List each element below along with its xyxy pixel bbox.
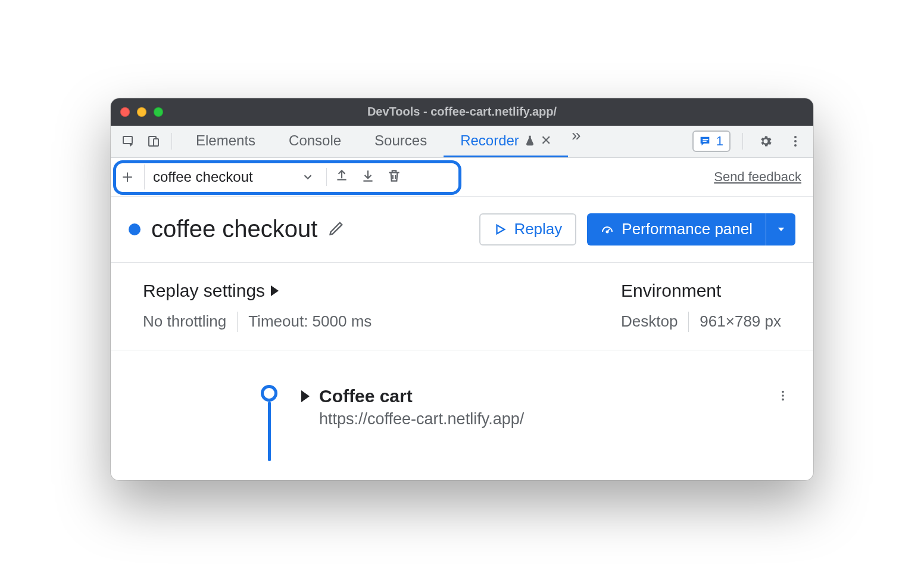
import-icon[interactable] — [360, 168, 376, 186]
more-tabs-icon[interactable]: » — [572, 126, 581, 157]
timeout-value: Timeout: 5000 ms — [248, 312, 372, 331]
step-item[interactable]: Coffee cart https://coffee-cart.netlify.… — [301, 386, 789, 428]
tab-console[interactable]: Console — [272, 126, 358, 157]
replay-settings-heading: Replay settings — [143, 281, 265, 301]
svg-point-5 — [794, 136, 797, 138]
svg-point-7 — [794, 144, 797, 147]
issues-count: 1 — [716, 133, 723, 149]
performance-button-group: Performance panel — [587, 213, 795, 246]
svg-rect-3 — [703, 139, 708, 140]
performance-dropdown[interactable] — [766, 213, 795, 246]
environment-settings: Environment Desktop 961×789 px — [621, 281, 781, 332]
steps-panel: Coffee cart https://coffee-cart.netlify.… — [111, 350, 813, 480]
recording-title: coffee checkout — [151, 216, 317, 243]
play-icon — [494, 223, 507, 236]
new-recording-button[interactable]: ＋ — [117, 164, 138, 189]
environment-heading: Environment — [621, 281, 781, 301]
chevron-right-icon — [271, 285, 279, 296]
step-connector — [268, 402, 271, 461]
divider — [688, 312, 689, 332]
step-node-icon — [261, 385, 277, 402]
step-url: https://coffee-cart.netlify.app/ — [319, 410, 789, 428]
status-dot-icon — [129, 223, 141, 235]
performance-label: Performance panel — [622, 220, 753, 238]
message-icon — [698, 135, 711, 148]
divider — [237, 312, 238, 332]
svg-marker-10 — [778, 228, 784, 231]
inspect-element-icon[interactable] — [118, 130, 139, 152]
recording-select[interactable]: coffee checkout — [144, 164, 323, 189]
tab-list: Elements Console Sources Recorder ✕ » — [179, 126, 580, 157]
settings-row: Replay settings No throttling Timeout: 5… — [111, 263, 813, 350]
viewport-value: 961×789 px — [700, 312, 781, 331]
svg-point-11 — [782, 390, 784, 393]
svg-point-12 — [782, 394, 784, 397]
recording-select-value: coffee checkout — [153, 169, 253, 185]
close-tab-icon[interactable]: ✕ — [541, 133, 551, 148]
minimize-icon[interactable] — [137, 107, 146, 117]
svg-rect-4 — [703, 141, 706, 142]
device-value: Desktop — [621, 312, 678, 331]
chevron-right-icon[interactable] — [301, 390, 310, 402]
edit-title-icon[interactable] — [328, 220, 345, 239]
export-icon[interactable] — [334, 168, 349, 186]
issues-badge[interactable]: 1 — [692, 130, 731, 152]
tab-sources[interactable]: Sources — [358, 126, 444, 157]
svg-marker-8 — [497, 225, 505, 234]
zoom-icon[interactable] — [154, 107, 163, 117]
svg-rect-2 — [154, 139, 158, 146]
svg-rect-0 — [123, 136, 132, 144]
devtools-window: DevTools - coffee-cart.netlify.app/ Elem… — [111, 98, 813, 480]
settings-icon[interactable] — [755, 130, 776, 152]
flask-icon — [524, 135, 536, 147]
send-feedback-link[interactable]: Send feedback — [714, 169, 801, 185]
devtools-tabs: Elements Console Sources Recorder ✕ » 1 — [111, 126, 813, 158]
recording-actions — [326, 168, 402, 186]
close-icon[interactable] — [120, 107, 130, 117]
recorder-toolbar: ＋ coffee checkout Send feedback — [111, 158, 813, 197]
tab-recorder[interactable]: Recorder ✕ — [444, 126, 568, 157]
step-title: Coffee cart — [319, 386, 413, 406]
performance-button[interactable]: Performance panel — [587, 213, 766, 246]
tab-elements[interactable]: Elements — [179, 126, 272, 157]
replay-button[interactable]: Replay — [479, 213, 576, 246]
replay-label: Replay — [514, 220, 562, 238]
chevron-down-icon — [776, 224, 786, 235]
gauge-icon — [600, 222, 614, 237]
svg-point-9 — [607, 231, 608, 232]
traffic-lights — [120, 107, 163, 117]
svg-point-13 — [782, 398, 784, 400]
delete-icon[interactable] — [386, 168, 402, 186]
window-title: DevTools - coffee-cart.netlify.app/ — [111, 105, 813, 119]
divider — [742, 133, 743, 150]
device-toolbar-icon[interactable] — [143, 130, 164, 152]
divider — [171, 133, 172, 150]
chevron-down-icon — [301, 170, 314, 184]
replay-settings[interactable]: Replay settings No throttling Timeout: 5… — [143, 281, 372, 332]
recording-header: coffee checkout Replay Performance panel — [111, 197, 813, 263]
throttling-value: No throttling — [143, 312, 226, 331]
titlebar: DevTools - coffee-cart.netlify.app/ — [111, 98, 813, 126]
svg-point-6 — [794, 140, 797, 142]
tab-recorder-label: Recorder — [460, 132, 519, 149]
step-menu-icon[interactable] — [776, 387, 789, 406]
kebab-menu-icon[interactable] — [785, 130, 806, 152]
